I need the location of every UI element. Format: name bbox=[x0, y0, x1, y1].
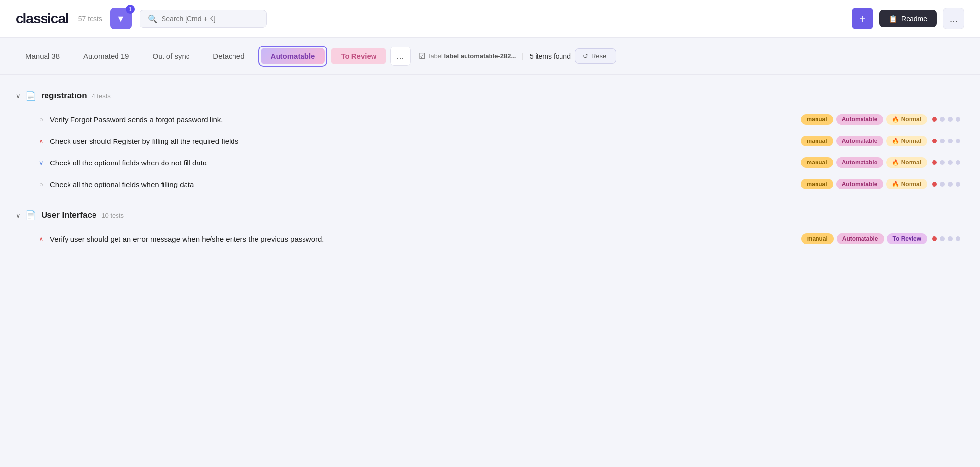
app-header: classical 57 tests ▼ 1 🔍 + 📋 Readme ... bbox=[0, 0, 980, 38]
readme-button[interactable]: 📋 Readme bbox=[879, 10, 937, 27]
group-header-registration: ∨ 📄 registration 4 tests bbox=[16, 87, 964, 105]
tab-automatable-outline: Automatable bbox=[258, 46, 327, 67]
test-name: Check all the optional fields when filli… bbox=[50, 180, 796, 188]
readme-icon: 📋 bbox=[889, 15, 897, 23]
dot-3 bbox=[948, 117, 953, 122]
main-content: ∨ 📄 registration 4 tests ○ Verify Forgot… bbox=[0, 75, 980, 261]
status-indicator: ○ bbox=[37, 181, 45, 188]
test-tags: manual Automatable 🔥 Normal bbox=[801, 157, 927, 168]
items-found: 5 items found bbox=[530, 52, 571, 60]
tabs-bar: Manual 38 Automated 19 Out of sync Detac… bbox=[0, 38, 980, 75]
more-button[interactable]: ... bbox=[943, 8, 964, 29]
header-actions: + 📋 Readme ... bbox=[852, 8, 964, 29]
table-row[interactable]: ○ Check all the optional fields when fil… bbox=[33, 174, 964, 194]
folder-icon: 📄 bbox=[25, 210, 36, 221]
dot-4 bbox=[956, 182, 960, 187]
tag-normal: 🔥 Normal bbox=[886, 179, 927, 189]
add-button[interactable]: + bbox=[852, 8, 873, 29]
tag-automatable: Automatable bbox=[837, 234, 884, 244]
dot-1 bbox=[932, 117, 937, 122]
dot-3 bbox=[948, 160, 953, 165]
chevron-down-icon[interactable]: ∨ bbox=[16, 212, 21, 219]
tab-ellipsis[interactable]: ... bbox=[390, 47, 410, 66]
group-count: 10 tests bbox=[101, 212, 124, 219]
test-tags: manual Automatable 🔥 Normal bbox=[801, 136, 927, 146]
label-icon: ☑ bbox=[419, 51, 425, 61]
filter-button[interactable]: ▼ 1 bbox=[110, 8, 132, 29]
filter-icon: ▼ bbox=[117, 14, 125, 24]
plus-icon: + bbox=[859, 12, 866, 25]
tab-automated[interactable]: Automated 19 bbox=[73, 48, 139, 64]
test-list-user-interface: ∧ Verify user should get an error messag… bbox=[33, 229, 964, 249]
test-count: 57 tests bbox=[78, 15, 102, 23]
tab-detached[interactable]: Detached bbox=[203, 48, 254, 64]
dot-3 bbox=[948, 139, 953, 143]
more-icon: ... bbox=[950, 13, 958, 24]
tag-manual: manual bbox=[801, 179, 833, 189]
group-name: registration bbox=[41, 91, 87, 101]
dot-4 bbox=[956, 139, 960, 143]
dot-4 bbox=[956, 236, 960, 241]
divider: | bbox=[522, 52, 524, 60]
dot-4 bbox=[956, 117, 960, 122]
status-dots bbox=[932, 182, 960, 187]
test-tags: manual Automatable To Review bbox=[801, 234, 927, 244]
status-indicator: ○ bbox=[37, 116, 45, 123]
table-row[interactable]: ∧ Check user should Register by filling … bbox=[33, 131, 964, 151]
filter-badge: 1 bbox=[126, 5, 135, 14]
status-dots bbox=[932, 139, 960, 143]
test-tags: manual Automatable 🔥 Normal bbox=[801, 179, 927, 189]
table-row[interactable]: ○ Verify Forgot Password sends a forgot … bbox=[33, 109, 964, 130]
tag-automatable: Automatable bbox=[836, 114, 884, 125]
tag-to-review: To Review bbox=[887, 234, 927, 244]
reset-button[interactable]: ↺ Reset bbox=[575, 48, 616, 64]
dot-2 bbox=[940, 236, 945, 241]
reset-label: Reset bbox=[591, 52, 608, 60]
dot-1 bbox=[932, 182, 937, 187]
test-name: Check user should Register by filling al… bbox=[50, 137, 796, 145]
dot-2 bbox=[940, 139, 945, 143]
tag-normal: 🔥 Normal bbox=[886, 114, 927, 125]
app-logo: classical bbox=[16, 11, 69, 26]
group-header-user-interface: ∨ 📄 User Interface 10 tests bbox=[16, 206, 964, 225]
table-row[interactable]: ∨ Check all the optional fields when do … bbox=[33, 152, 964, 173]
tab-to-review[interactable]: To Review bbox=[331, 48, 386, 64]
dot-3 bbox=[948, 236, 953, 241]
status-dots bbox=[932, 117, 960, 122]
tab-automatable[interactable]: Automatable bbox=[261, 48, 325, 64]
search-box: 🔍 bbox=[140, 10, 267, 28]
tab-out-of-sync[interactable]: Out of sync bbox=[142, 48, 199, 64]
status-indicator: ∧ bbox=[37, 235, 45, 243]
tag-automatable: Automatable bbox=[836, 157, 884, 168]
test-list-registration: ○ Verify Forgot Password sends a forgot … bbox=[33, 109, 964, 194]
status-indicator: ∨ bbox=[37, 159, 45, 166]
tag-manual: manual bbox=[801, 136, 833, 146]
dot-2 bbox=[940, 117, 945, 122]
group-name: User Interface bbox=[41, 210, 96, 220]
dot-2 bbox=[940, 160, 945, 165]
tab-manual[interactable]: Manual 38 bbox=[16, 48, 70, 64]
dot-4 bbox=[956, 160, 960, 165]
tag-normal: 🔥 Normal bbox=[886, 157, 927, 168]
status-indicator: ∧ bbox=[37, 138, 45, 145]
tag-manual: manual bbox=[801, 234, 834, 244]
tag-automatable: Automatable bbox=[836, 136, 884, 146]
filter-info: ☑ label label automatable-282... | 5 ite… bbox=[419, 48, 616, 64]
filter-label-text: label label automatable-282... bbox=[429, 52, 516, 60]
test-name: Verify user should get an error message … bbox=[50, 235, 796, 243]
search-input[interactable] bbox=[162, 15, 258, 23]
tag-automatable: Automatable bbox=[836, 179, 884, 189]
tag-manual: manual bbox=[801, 157, 833, 168]
filter-label-value: label automatable-282... bbox=[444, 52, 516, 60]
test-name: Check all the optional fields when do no… bbox=[50, 159, 796, 167]
table-row[interactable]: ∧ Verify user should get an error messag… bbox=[33, 229, 964, 249]
reset-icon: ↺ bbox=[583, 52, 588, 60]
tag-manual: manual bbox=[801, 114, 833, 125]
test-tags: manual Automatable 🔥 Normal bbox=[801, 114, 927, 125]
dot-1 bbox=[932, 139, 937, 143]
chevron-down-icon[interactable]: ∨ bbox=[16, 93, 21, 100]
folder-icon: 📄 bbox=[25, 91, 36, 101]
dot-1 bbox=[932, 160, 937, 165]
dot-2 bbox=[940, 182, 945, 187]
dot-1 bbox=[932, 236, 937, 241]
